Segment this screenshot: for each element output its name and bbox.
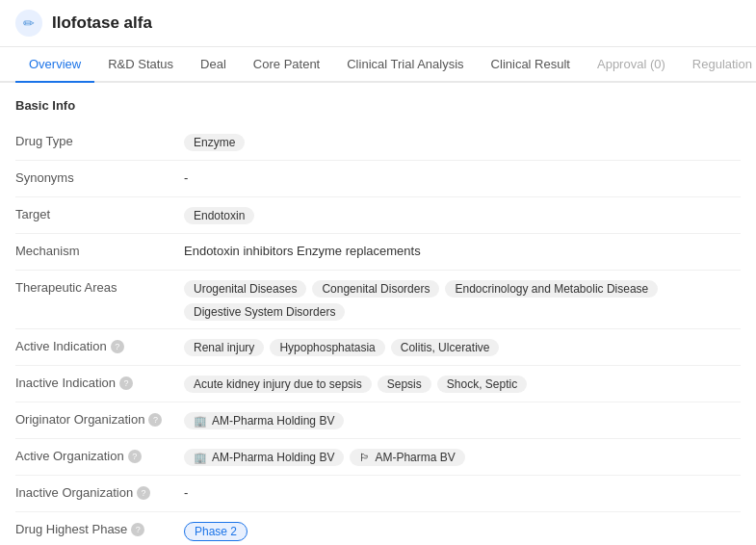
label-inactive-indication: Inactive Indication? xyxy=(15,374,184,390)
label-therapeutic-areas: Therapeutic Areas xyxy=(15,278,184,295)
org-name: AM-Pharma BV xyxy=(375,451,455,464)
tag-congenital-disorders: Congenital Disorders xyxy=(312,280,439,298)
label-synonyms: Synonyms xyxy=(15,169,184,185)
help-icon-originator-org[interactable]: ? xyxy=(148,413,162,427)
tag-enzyme: Enzyme xyxy=(184,134,245,151)
tag-colitis-ulcerative: Colitis, Ulcerative xyxy=(391,339,500,356)
tag-hypophosphatasia: Hypophosphatasia xyxy=(270,339,384,356)
content: Basic Info Drug TypeEnzymeSynonyms-Targe… xyxy=(0,83,756,545)
org-tag-am-pharma-holding-bv[interactable]: 🏢AM-Pharma Holding BV xyxy=(184,449,344,466)
info-row-target: TargetEndotoxin xyxy=(15,197,741,234)
info-row-originator-org: Originator Organization?🏢AM-Pharma Holdi… xyxy=(15,402,741,439)
org-name: AM-Pharma Holding BV xyxy=(212,451,334,464)
nav-tabs: OverviewR&D StatusDealCore PatentClinica… xyxy=(0,47,756,83)
value-synonyms: - xyxy=(184,169,741,185)
value-mechanism: Endotoxin inhibitors Enzyme replacements xyxy=(184,242,741,258)
nav-tab-regulation: Regulation (0) xyxy=(679,47,756,83)
org-tag-am-pharma-holding-bv[interactable]: 🏢AM-Pharma Holding BV xyxy=(184,412,344,429)
phase-tag: Phase 2 xyxy=(184,522,248,541)
help-icon-active-indication[interactable]: ? xyxy=(111,340,124,353)
mechanism-text: Endotoxin inhibitors Enzyme replacements xyxy=(184,244,421,258)
nav-tab-deal[interactable]: Deal xyxy=(187,47,240,83)
nav-tab-core-patent[interactable]: Core Patent xyxy=(240,47,333,83)
info-row-drug-type: Drug TypeEnzyme xyxy=(15,124,741,161)
info-row-therapeutic-areas: Therapeutic AreasUrogenital DiseasesCong… xyxy=(15,271,741,329)
label-drug-highest-phase: Drug Highest Phase? xyxy=(15,520,184,536)
dash-inactive-org: - xyxy=(184,485,188,500)
tag-sepsis: Sepsis xyxy=(378,376,431,393)
value-active-indication: Renal injuryHypophosphatasiaColitis, Ulc… xyxy=(184,337,741,356)
value-drug-highest-phase: Phase 2 xyxy=(184,520,741,541)
flag-icon: 🏳 xyxy=(359,452,370,463)
label-drug-type: Drug Type xyxy=(15,132,184,148)
value-inactive-indication: Acute kidney injury due to sepsisSepsisS… xyxy=(184,374,741,393)
value-target: Endotoxin xyxy=(184,205,741,224)
org-tag-am-pharma-bv[interactable]: 🏳AM-Pharma BV xyxy=(350,449,464,466)
header: ✏ Ilofotase alfa xyxy=(0,0,756,47)
info-row-active-org: Active Organization?🏢AM-Pharma Holding B… xyxy=(15,439,741,476)
basic-info-section-title: Basic Info xyxy=(15,98,741,113)
value-therapeutic-areas: Urogenital DiseasesCongenital DisordersE… xyxy=(184,278,741,321)
label-inactive-org: Inactive Organization? xyxy=(15,483,184,500)
label-active-indication: Active Indication? xyxy=(15,337,184,353)
info-row-inactive-indication: Inactive Indication?Acute kidney injury … xyxy=(15,366,741,402)
header-title: Ilofotase alfa xyxy=(52,13,152,33)
value-drug-type: Enzyme xyxy=(184,132,741,151)
nav-tab-rd-status[interactable]: R&D Status xyxy=(94,47,187,83)
nav-tab-clinical-result[interactable]: Clinical Result xyxy=(478,47,584,83)
help-icon-inactive-org[interactable]: ? xyxy=(137,486,150,500)
label-mechanism: Mechanism xyxy=(15,242,184,258)
tag-acute-kidney-injury-due-to-sepsis: Acute kidney injury due to sepsis xyxy=(184,376,372,393)
info-row-mechanism: MechanismEndotoxin inhibitors Enzyme rep… xyxy=(15,234,741,271)
tag-renal-injury: Renal injury xyxy=(184,339,264,356)
nav-tab-overview[interactable]: Overview xyxy=(15,47,94,83)
value-inactive-org: - xyxy=(184,483,741,500)
info-row-inactive-org: Inactive Organization?- xyxy=(15,476,741,512)
tag-digestive-system-disorders: Digestive System Disorders xyxy=(184,303,345,321)
help-icon-active-org[interactable]: ? xyxy=(128,450,142,463)
label-target: Target xyxy=(15,205,184,221)
label-active-org: Active Organization? xyxy=(15,447,184,463)
value-active-org: 🏢AM-Pharma Holding BV🏳AM-Pharma BV xyxy=(184,447,741,466)
header-icon: ✏ xyxy=(15,10,42,37)
building-icon: 🏢 xyxy=(194,452,207,464)
label-originator-org: Originator Organization? xyxy=(15,410,184,427)
info-row-active-indication: Active Indication?Renal injuryHypophosph… xyxy=(15,329,741,366)
info-row-drug-highest-phase: Drug Highest Phase?Phase 2 xyxy=(15,512,741,545)
tag-shock-septic: Shock, Septic xyxy=(437,376,527,393)
nav-tab-clinical-trial[interactable]: Clinical Trial Analysis xyxy=(333,47,477,83)
dash-synonyms: - xyxy=(184,170,188,185)
nav-tab-approval: Approval (0) xyxy=(584,47,679,83)
value-originator-org: 🏢AM-Pharma Holding BV xyxy=(184,410,741,429)
tag-endocrinology-and-metabolic-disease: Endocrinology and Metabolic Disease xyxy=(445,280,658,298)
basic-info-rows: Drug TypeEnzymeSynonyms-TargetEndotoxinM… xyxy=(15,124,741,545)
help-icon-drug-highest-phase[interactable]: ? xyxy=(131,523,144,536)
org-name: AM-Pharma Holding BV xyxy=(212,414,334,428)
tag-endotoxin: Endotoxin xyxy=(184,207,254,224)
building-icon: 🏢 xyxy=(194,415,207,428)
info-row-synonyms: Synonyms- xyxy=(15,161,741,197)
help-icon-inactive-indication[interactable]: ? xyxy=(119,376,133,390)
tag-urogenital-diseases: Urogenital Diseases xyxy=(184,280,306,298)
